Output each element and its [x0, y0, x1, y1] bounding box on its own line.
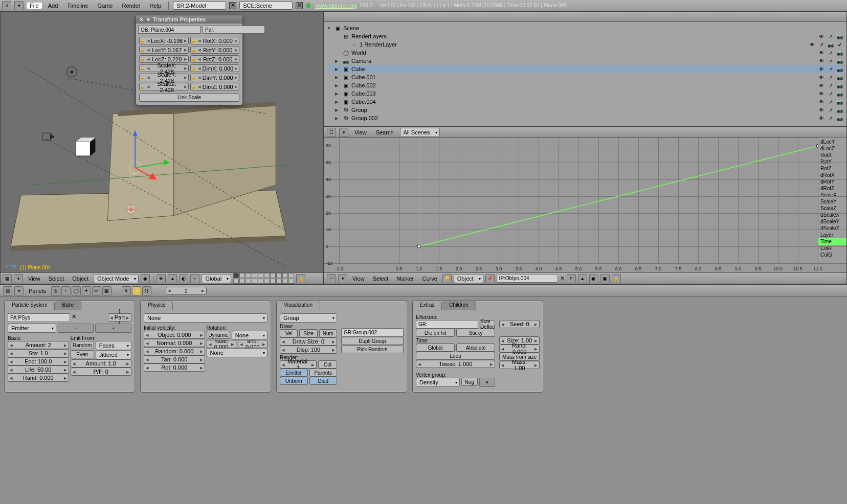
rotate-icon[interactable]: ◐	[179, 274, 188, 283]
tree-row[interactable]: ▶▣Cube👁↗📷	[327, 65, 843, 73]
buttons-collapse-icon[interactable]: ▾	[14, 286, 24, 295]
transform-field[interactable]: 🔒◂RotX: 0.000▸	[190, 37, 240, 44]
vel-button[interactable]: Vel	[280, 329, 298, 337]
channel-dLocY[interactable]: dLocY	[818, 139, 846, 145]
blender-url[interactable]: www.blender.org	[315, 3, 356, 9]
outliner-collapse-icon[interactable]: ▾	[339, 128, 348, 137]
size-deflect-button[interactable]: Size Deflec	[480, 320, 495, 328]
gr-field[interactable]	[341, 328, 404, 337]
tree-row[interactable]: ▫1 RenderLayer👁↗📷✔	[327, 40, 843, 49]
header-collapse-icon[interactable]: ▾	[14, 274, 23, 283]
view3d-menu-object[interactable]: Object	[69, 276, 92, 282]
channel-RotZ[interactable]: RotZ	[818, 165, 846, 172]
paste-icon[interactable]: ▣	[600, 274, 610, 283]
dupli-group-button[interactable]: Dupli Group	[341, 337, 404, 345]
menu-game[interactable]: Game	[94, 3, 116, 9]
ipo-editor[interactable]: ☷ ▾ View Search All Scenes dLocYdLocZRot…	[323, 127, 847, 284]
tree-row[interactable]: ▶⧉Group👁↗📷	[327, 106, 843, 114]
ipo-menu-curve[interactable]: Curve	[419, 276, 440, 282]
3dview[interactable]: ✕ ▾ Transform Properties 🔒◂LocX: -0.196▸…	[0, 11, 323, 284]
cursor-restrict-icon[interactable]: ↗	[827, 66, 834, 72]
render-restrict-icon[interactable]: 📷	[836, 58, 843, 64]
rand-field[interactable]: ◂Rand: 0.000▸	[8, 374, 69, 382]
screen-field[interactable]	[176, 3, 222, 9]
neg-button[interactable]: Neg	[461, 378, 478, 386]
cursor-restrict-icon[interactable]: ↗	[827, 50, 834, 56]
ipo-collapse-icon[interactable]: ▾	[338, 274, 347, 283]
amount-field[interactable]: ◂Amount: 2▸	[8, 341, 69, 349]
channel-dRotZ[interactable]: dRotZ	[818, 185, 846, 192]
channel-Time[interactable]: Time	[818, 238, 846, 245]
render-restrict-icon[interactable]: 📷	[836, 50, 843, 56]
screen-selector[interactable]	[173, 1, 226, 10]
jittered-select[interactable]: Jittered	[96, 350, 131, 359]
died-button[interactable]: Died	[309, 377, 338, 385]
layer-button[interactable]	[252, 273, 257, 278]
ip-delete-button[interactable]: ✕	[560, 275, 565, 282]
ivel-random[interactable]: ◂Random: 0.000▸	[144, 347, 205, 355]
screen-delete-button[interactable]: ✕	[229, 2, 236, 9]
lock-icon[interactable]: 🔒	[296, 274, 305, 283]
cursor-restrict-icon[interactable]: ↗	[827, 75, 834, 80]
transform-field[interactable]: 🔒◂DimX: 0.000▸	[190, 64, 240, 72]
cursor-restrict-icon[interactable]: ↗	[827, 58, 834, 64]
sub-constraints-icon[interactable]: ⛓	[142, 286, 151, 295]
tab-physics[interactable]: Physics	[141, 301, 173, 310]
transform-field[interactable]: 🔒◂DimZ: 0.000▸	[190, 83, 240, 90]
render-restrict-icon[interactable]: 📷	[836, 107, 843, 113]
channel-dScaleZ[interactable]: dScaleZ	[818, 225, 846, 232]
ctx-script-icon[interactable]: ▫	[61, 286, 71, 295]
transform-properties-panel[interactable]: ✕ ▾ Transform Properties 🔒◂LocX: -0.196▸…	[136, 15, 243, 105]
ipo-plot[interactable]: dLocYdLocZRotXRotYRotZdRotXdRotYdRotZSca…	[324, 138, 846, 272]
die-on-hit-button[interactable]: Die on hit	[416, 329, 455, 337]
translate-icon[interactable]: ▲	[168, 274, 177, 283]
parents-button[interactable]: Parents	[309, 369, 338, 377]
material-field[interactable]: ◂Material: 1▸	[280, 360, 317, 369]
pf-field[interactable]: ◂P/F: 0▸	[71, 368, 132, 376]
manipulator-icon[interactable]: ✥	[157, 274, 166, 283]
transform-field[interactable]: 🔒◂ScaleZ: 2.428▸	[139, 83, 189, 90]
effectors-gr-field[interactable]	[416, 320, 478, 329]
emitter-opt2-icon[interactable]: ▪	[95, 324, 131, 333]
physics-type[interactable]: None	[144, 313, 268, 323]
outliner-menu-view[interactable]: View	[351, 129, 370, 135]
scene-field[interactable]	[243, 3, 289, 9]
tab-extras[interactable]: Extras	[413, 301, 442, 310]
tab-particle-system[interactable]: Particle System	[5, 301, 55, 310]
pin-ipo-icon[interactable]: 📌	[485, 274, 495, 283]
channel-ColG[interactable]: ColG	[818, 251, 846, 258]
buttons-type-icon[interactable]: ▤	[3, 286, 12, 295]
disp-field[interactable]: ◂Disp: 100▸	[280, 346, 337, 354]
scene-delete-button[interactable]: ✕	[296, 2, 303, 9]
ctx-shading-icon[interactable]: ◯	[72, 286, 81, 295]
loop-button[interactable]: Loop	[416, 352, 495, 360]
random-button[interactable]: Random	[71, 341, 94, 349]
copy-icon[interactable]: ▣	[589, 274, 598, 283]
mode-selector[interactable]: Object Mode	[94, 274, 139, 283]
eye-icon[interactable]: 👁	[818, 107, 825, 113]
orientation-selector[interactable]: Global	[202, 274, 231, 283]
render-restrict-icon[interactable]: 📷	[836, 34, 843, 39]
layer-button[interactable]	[276, 279, 282, 284]
phase-field[interactable]: ◂hase: 0.000▸	[207, 340, 236, 348]
layer-buttons[interactable]	[233, 273, 294, 284]
pa-delete-button[interactable]: ✕	[72, 313, 88, 322]
channel-ScaleX[interactable]: ScaleX	[818, 192, 846, 198]
cursor-restrict-icon[interactable]: ↗	[827, 34, 834, 39]
transform-field[interactable]: 🔒◂RotY: 0.000▸	[190, 46, 240, 54]
ctx-edit-icon[interactable]: ▭	[92, 286, 101, 295]
layer-button[interactable]	[239, 273, 245, 278]
layer-button[interactable]	[288, 273, 294, 278]
channel-RotX[interactable]: RotX	[818, 152, 846, 158]
key-icon[interactable]: 🔑	[442, 274, 452, 283]
transform-field[interactable]: 🔒◂LocY: 0.167▸	[139, 46, 189, 54]
channel-ScaleZ[interactable]: ScaleZ	[818, 205, 846, 212]
eye-icon[interactable]: 👁	[818, 50, 825, 56]
menu-add[interactable]: Add	[45, 3, 61, 9]
eye-icon[interactable]: 👁	[818, 34, 825, 39]
channel-ScaleY[interactable]: ScaleY	[818, 198, 846, 205]
sub-particles-icon[interactable]: ✨	[132, 286, 141, 295]
menu-timeline[interactable]: Timeline	[64, 3, 91, 9]
menu-file[interactable]: File	[27, 3, 42, 9]
angular-none[interactable]: None	[207, 348, 268, 357]
